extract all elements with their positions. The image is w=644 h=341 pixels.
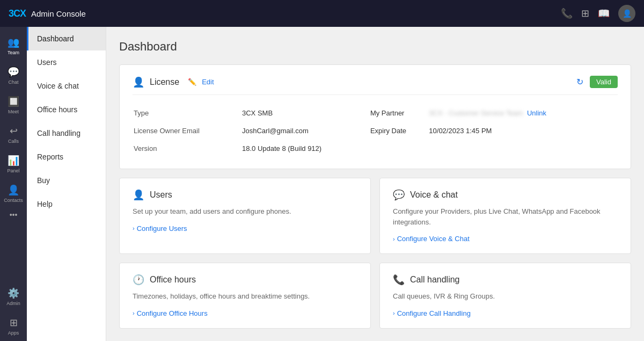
page-title: Dashboard — [119, 40, 631, 54]
users-card-desc: Set up your team, add users and configur… — [133, 206, 357, 217]
nav-item-admin[interactable]: ⚙️ Admin — [0, 282, 27, 311]
nav-item-team[interactable]: 👥 Team — [0, 31, 27, 61]
apps-icon: ⊞ — [10, 317, 18, 329]
panel-icon: 📊 — [8, 155, 19, 166]
nav-item-apps[interactable]: ⊞ Apps — [0, 311, 27, 341]
calls-icon: ↩ — [10, 125, 18, 137]
team-icon: 👥 — [8, 37, 19, 48]
configure-office-hours-link[interactable]: › Configure Office Hours — [133, 309, 357, 317]
office-hours-card-icon: 🕐 — [133, 274, 144, 286]
sidebar-item-users[interactable]: Users — [27, 50, 106, 74]
voice-chat-card: 💬 Voice & chat Configure your Providers,… — [379, 178, 631, 254]
chevron-right-icon: › — [133, 225, 135, 231]
license-row-type: Type 3CX SMB My Partner 3CX - Customer S… — [134, 105, 617, 121]
voice-chat-card-desc: Configure your Providers, plus Live Chat… — [393, 206, 618, 227]
qr-icon[interactable]: ⊞ — [581, 8, 589, 19]
chevron-right-icon: › — [393, 310, 395, 316]
sidebar-item-help[interactable]: Help — [27, 192, 106, 216]
office-hours-card-title: Office hours — [150, 275, 196, 285]
topbar-right: 📞 ⊞ 📖 👤 — [561, 5, 635, 22]
sidebar-item-call-handling[interactable]: Call handling — [27, 121, 106, 145]
logo: 3CX — [9, 8, 26, 19]
phone-icon[interactable]: 📞 — [561, 8, 573, 19]
refresh-icon[interactable]: ↻ — [576, 77, 583, 87]
edit-link[interactable]: Edit — [202, 78, 214, 86]
configure-users-link[interactable]: › Configure Users — [133, 224, 357, 233]
license-card: 👤 License ✏️ Edit ↻ Valid Type 3CX SMB M… — [119, 64, 631, 169]
nav-item-calls[interactable]: ↩ Calls — [0, 120, 27, 149]
license-header-left: 👤 License ✏️ Edit — [133, 76, 214, 88]
nav-item-contacts[interactable]: 👤 Contacts — [0, 179, 27, 208]
license-table: Type 3CX SMB My Partner 3CX - Customer S… — [133, 104, 618, 158]
unlink-link[interactable]: Unlink — [527, 109, 546, 117]
sidebar: Dashboard Users Voice & chat Office hour… — [27, 27, 106, 341]
voice-chat-card-icon: 💬 — [393, 189, 405, 201]
contacts-icon: 👤 — [8, 184, 19, 196]
call-handling-card-icon: 📞 — [393, 274, 405, 286]
nav-item-panel[interactable]: 📊 Panel — [0, 149, 27, 179]
license-row-owner: License Owner Email JoshCarl@gmail.com E… — [134, 122, 617, 139]
topbar-left: 3CX Admin Console — [9, 8, 86, 19]
book-icon[interactable]: 📖 — [598, 8, 610, 19]
sidebar-item-office-hours[interactable]: Office hours — [27, 98, 106, 121]
call-handling-card: 📞 Call handling Call queues, IVR & Ring … — [379, 263, 631, 329]
nav-more-dots[interactable]: ••• — [10, 211, 18, 219]
admin-icon: ⚙️ — [8, 287, 19, 299]
call-handling-card-desc: Call queues, IVR & Ring Groups. — [393, 291, 618, 302]
nav-item-meet[interactable]: 🔲 Meet — [0, 90, 27, 120]
edit-icon: ✏️ — [188, 78, 196, 86]
sidebar-item-dashboard[interactable]: Dashboard — [27, 27, 106, 50]
nav-item-chat[interactable]: 💬 Chat — [0, 61, 27, 90]
icon-nav: 👥 Team 💬 Chat 🔲 Meet ↩ Calls 📊 Panel 👤 C… — [0, 27, 27, 341]
user-avatar[interactable]: 👤 — [618, 5, 635, 22]
topbar-title: Admin Console — [31, 9, 86, 18]
license-icon: 👤 — [133, 76, 144, 88]
sidebar-item-buy[interactable]: Buy — [27, 169, 106, 192]
license-row-version: Version 18.0 Update 8 (Build 912) — [134, 140, 617, 157]
office-hours-card-desc: Timezones, holidays, office hours and br… — [133, 291, 357, 302]
users-card-icon: 👤 — [133, 189, 144, 201]
main-content: Dashboard 👤 License ✏️ Edit ↻ Valid Type… — [106, 27, 644, 341]
voice-chat-card-title: Voice & chat — [410, 190, 458, 200]
call-handling-card-title: Call handling — [410, 275, 460, 285]
users-card-title: Users — [150, 190, 172, 200]
office-hours-card: 🕐 Office hours Timezones, holidays, offi… — [119, 263, 371, 329]
configure-call-handling-link[interactable]: › Configure Call Handling — [393, 309, 618, 317]
sidebar-item-reports[interactable]: Reports — [27, 145, 106, 169]
partner-value: 3CX - Customer Service Team — [429, 109, 523, 117]
license-header-right: ↻ Valid — [576, 76, 618, 88]
meet-icon: 🔲 — [8, 96, 19, 107]
chevron-right-icon: › — [133, 310, 135, 316]
users-card: 👤 Users Set up your team, add users and … — [119, 178, 371, 254]
sidebar-item-voice-chat[interactable]: Voice & chat — [27, 74, 106, 98]
license-title: License — [150, 77, 179, 87]
license-header: 👤 License ✏️ Edit ↻ Valid — [133, 76, 618, 95]
chat-icon: 💬 — [8, 66, 19, 78]
configure-voice-chat-link[interactable]: › Configure Voice & Chat — [393, 235, 618, 243]
dashboard-cards: 👤 Users Set up your team, add users and … — [119, 178, 631, 329]
chevron-right-icon: › — [393, 236, 395, 242]
topbar: 3CX Admin Console 📞 ⊞ 📖 👤 — [0, 0, 644, 27]
valid-badge: Valid — [590, 76, 618, 88]
